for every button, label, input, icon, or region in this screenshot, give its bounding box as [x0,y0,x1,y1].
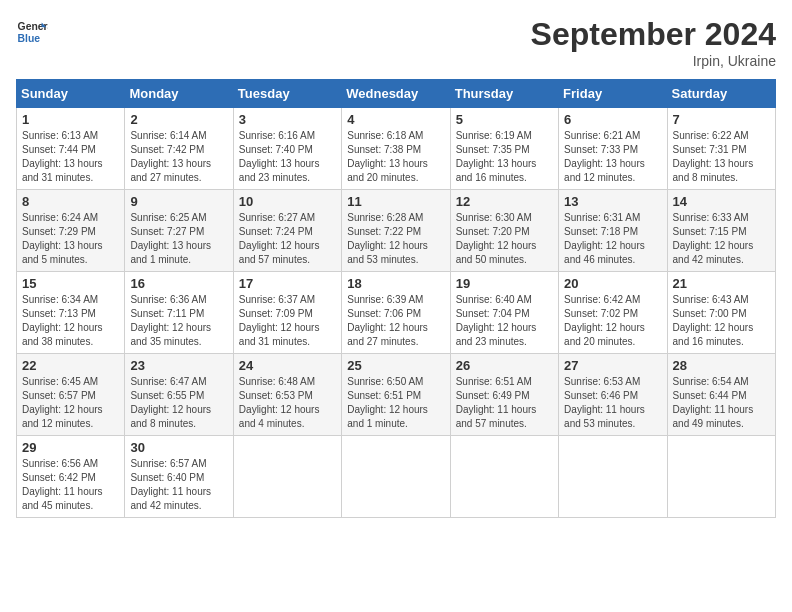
day-number: 5 [456,112,553,127]
weekday-header-cell: Monday [125,80,233,108]
day-info: Sunrise: 6:19 AMSunset: 7:35 PMDaylight:… [456,129,553,185]
weekday-header-cell: Wednesday [342,80,450,108]
calendar-day-cell: 21Sunrise: 6:43 AMSunset: 7:00 PMDayligh… [667,272,775,354]
calendar-day-cell: 8Sunrise: 6:24 AMSunset: 7:29 PMDaylight… [17,190,125,272]
day-info: Sunrise: 6:39 AMSunset: 7:06 PMDaylight:… [347,293,444,349]
calendar-day-cell: 2Sunrise: 6:14 AMSunset: 7:42 PMDaylight… [125,108,233,190]
day-number: 16 [130,276,227,291]
calendar-day-cell [233,436,341,518]
logo: General Blue [16,16,48,48]
weekday-header-cell: Tuesday [233,80,341,108]
day-info: Sunrise: 6:36 AMSunset: 7:11 PMDaylight:… [130,293,227,349]
day-number: 6 [564,112,661,127]
day-info: Sunrise: 6:18 AMSunset: 7:38 PMDaylight:… [347,129,444,185]
calendar-day-cell: 30Sunrise: 6:57 AMSunset: 6:40 PMDayligh… [125,436,233,518]
day-number: 14 [673,194,770,209]
page-header: General Blue September 2024 Irpin, Ukrai… [16,16,776,69]
calendar-day-cell: 1Sunrise: 6:13 AMSunset: 7:44 PMDaylight… [17,108,125,190]
day-info: Sunrise: 6:37 AMSunset: 7:09 PMDaylight:… [239,293,336,349]
day-number: 19 [456,276,553,291]
day-info: Sunrise: 6:54 AMSunset: 6:44 PMDaylight:… [673,375,770,431]
day-info: Sunrise: 6:14 AMSunset: 7:42 PMDaylight:… [130,129,227,185]
calendar-day-cell: 12Sunrise: 6:30 AMSunset: 7:20 PMDayligh… [450,190,558,272]
calendar-day-cell: 14Sunrise: 6:33 AMSunset: 7:15 PMDayligh… [667,190,775,272]
day-info: Sunrise: 6:22 AMSunset: 7:31 PMDaylight:… [673,129,770,185]
calendar-day-cell: 19Sunrise: 6:40 AMSunset: 7:04 PMDayligh… [450,272,558,354]
day-number: 26 [456,358,553,373]
calendar-day-cell: 3Sunrise: 6:16 AMSunset: 7:40 PMDaylight… [233,108,341,190]
day-info: Sunrise: 6:28 AMSunset: 7:22 PMDaylight:… [347,211,444,267]
day-number: 20 [564,276,661,291]
calendar-day-cell: 15Sunrise: 6:34 AMSunset: 7:13 PMDayligh… [17,272,125,354]
day-info: Sunrise: 6:21 AMSunset: 7:33 PMDaylight:… [564,129,661,185]
day-info: Sunrise: 6:48 AMSunset: 6:53 PMDaylight:… [239,375,336,431]
day-number: 4 [347,112,444,127]
calendar-day-cell: 17Sunrise: 6:37 AMSunset: 7:09 PMDayligh… [233,272,341,354]
day-info: Sunrise: 6:57 AMSunset: 6:40 PMDaylight:… [130,457,227,513]
calendar-day-cell: 24Sunrise: 6:48 AMSunset: 6:53 PMDayligh… [233,354,341,436]
weekday-header-cell: Sunday [17,80,125,108]
calendar-day-cell: 11Sunrise: 6:28 AMSunset: 7:22 PMDayligh… [342,190,450,272]
day-info: Sunrise: 6:13 AMSunset: 7:44 PMDaylight:… [22,129,119,185]
day-number: 17 [239,276,336,291]
day-info: Sunrise: 6:43 AMSunset: 7:00 PMDaylight:… [673,293,770,349]
day-number: 27 [564,358,661,373]
day-number: 8 [22,194,119,209]
day-number: 9 [130,194,227,209]
day-number: 22 [22,358,119,373]
day-number: 13 [564,194,661,209]
calendar-week-row: 22Sunrise: 6:45 AMSunset: 6:57 PMDayligh… [17,354,776,436]
day-info: Sunrise: 6:16 AMSunset: 7:40 PMDaylight:… [239,129,336,185]
day-info: Sunrise: 6:42 AMSunset: 7:02 PMDaylight:… [564,293,661,349]
calendar-day-cell: 13Sunrise: 6:31 AMSunset: 7:18 PMDayligh… [559,190,667,272]
day-number: 23 [130,358,227,373]
day-info: Sunrise: 6:50 AMSunset: 6:51 PMDaylight:… [347,375,444,431]
calendar-day-cell: 18Sunrise: 6:39 AMSunset: 7:06 PMDayligh… [342,272,450,354]
month-title: September 2024 [531,16,776,53]
day-info: Sunrise: 6:40 AMSunset: 7:04 PMDaylight:… [456,293,553,349]
calendar-week-row: 29Sunrise: 6:56 AMSunset: 6:42 PMDayligh… [17,436,776,518]
day-info: Sunrise: 6:34 AMSunset: 7:13 PMDaylight:… [22,293,119,349]
logo-icon: General Blue [16,16,48,48]
day-info: Sunrise: 6:56 AMSunset: 6:42 PMDaylight:… [22,457,119,513]
calendar-week-row: 1Sunrise: 6:13 AMSunset: 7:44 PMDaylight… [17,108,776,190]
calendar-day-cell: 16Sunrise: 6:36 AMSunset: 7:11 PMDayligh… [125,272,233,354]
weekday-header-cell: Saturday [667,80,775,108]
day-info: Sunrise: 6:47 AMSunset: 6:55 PMDaylight:… [130,375,227,431]
calendar-day-cell: 9Sunrise: 6:25 AMSunset: 7:27 PMDaylight… [125,190,233,272]
day-number: 24 [239,358,336,373]
weekday-header-row: SundayMondayTuesdayWednesdayThursdayFrid… [17,80,776,108]
day-info: Sunrise: 6:53 AMSunset: 6:46 PMDaylight:… [564,375,661,431]
day-info: Sunrise: 6:30 AMSunset: 7:20 PMDaylight:… [456,211,553,267]
calendar-week-row: 8Sunrise: 6:24 AMSunset: 7:29 PMDaylight… [17,190,776,272]
weekday-header-cell: Friday [559,80,667,108]
day-number: 3 [239,112,336,127]
calendar-week-row: 15Sunrise: 6:34 AMSunset: 7:13 PMDayligh… [17,272,776,354]
calendar-day-cell: 22Sunrise: 6:45 AMSunset: 6:57 PMDayligh… [17,354,125,436]
day-number: 29 [22,440,119,455]
day-number: 21 [673,276,770,291]
day-number: 11 [347,194,444,209]
location: Irpin, Ukraine [531,53,776,69]
calendar-day-cell [450,436,558,518]
day-info: Sunrise: 6:27 AMSunset: 7:24 PMDaylight:… [239,211,336,267]
day-info: Sunrise: 6:51 AMSunset: 6:49 PMDaylight:… [456,375,553,431]
day-number: 28 [673,358,770,373]
day-info: Sunrise: 6:33 AMSunset: 7:15 PMDaylight:… [673,211,770,267]
calendar-day-cell: 23Sunrise: 6:47 AMSunset: 6:55 PMDayligh… [125,354,233,436]
weekday-header-cell: Thursday [450,80,558,108]
calendar-day-cell: 27Sunrise: 6:53 AMSunset: 6:46 PMDayligh… [559,354,667,436]
calendar-day-cell: 4Sunrise: 6:18 AMSunset: 7:38 PMDaylight… [342,108,450,190]
day-number: 2 [130,112,227,127]
calendar-day-cell [342,436,450,518]
day-number: 7 [673,112,770,127]
day-number: 15 [22,276,119,291]
calendar-day-cell: 29Sunrise: 6:56 AMSunset: 6:42 PMDayligh… [17,436,125,518]
calendar-day-cell: 5Sunrise: 6:19 AMSunset: 7:35 PMDaylight… [450,108,558,190]
calendar-day-cell [559,436,667,518]
day-number: 25 [347,358,444,373]
calendar-day-cell: 25Sunrise: 6:50 AMSunset: 6:51 PMDayligh… [342,354,450,436]
calendar-day-cell: 26Sunrise: 6:51 AMSunset: 6:49 PMDayligh… [450,354,558,436]
calendar-body: 1Sunrise: 6:13 AMSunset: 7:44 PMDaylight… [17,108,776,518]
day-info: Sunrise: 6:25 AMSunset: 7:27 PMDaylight:… [130,211,227,267]
